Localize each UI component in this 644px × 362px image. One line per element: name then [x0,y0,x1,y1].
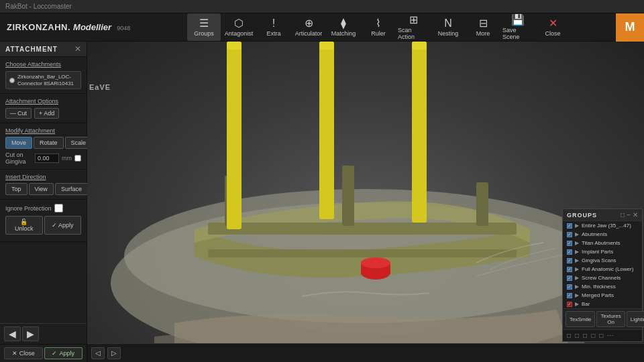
groups-label: Groups [194,30,214,37]
group-item[interactable]: ✓ ▶ Abutments [563,230,642,239]
groups-close-icon[interactable]: ✕ [633,211,638,219]
group-label: Full Anatomic (Lower) [582,266,638,272]
svg-rect-12 [319,42,334,50]
groups-icon-2[interactable]: − [627,211,631,219]
groups-bottom-icon-5[interactable]: ⋯ [606,331,615,340]
toolbar-btn-nesting[interactable]: NNesting [431,13,465,41]
close-icon: ✕ [549,18,557,29]
ruler-label: Ruler [371,30,386,37]
group-label: Screw Channels [582,275,638,281]
matching-icon: ⧫ [341,18,346,29]
toolbar-btn-antagonist[interactable]: ⬡Antagonist [222,13,256,41]
check-icon: ✓ [52,222,57,229]
group-item[interactable]: ✓ ▶ Implant Parts [563,247,642,256]
groups-header: GROUPS □ − ✕ [563,209,642,221]
scene-svg [87,42,644,362]
nesting-label: Nesting [438,30,459,37]
nav-prev-button[interactable]: ◀ [4,326,21,341]
viewport-btn-1[interactable]: ◁ [91,347,105,359]
rotate-button[interactable]: Rotate [34,137,64,149]
group-arrow-icon: ▶ [575,257,579,263]
svg-rect-6 [476,182,488,226]
group-arrow-icon: ▶ [575,266,579,272]
group-item[interactable]: ✓ ▶ Bar [563,300,642,308]
add-button[interactable]: + Add [34,108,59,119]
toolbar-btn-groups[interactable]: ☰Groups [187,13,221,41]
choose-attachments-section: Choose Attachments Zirkonzahn_Bar_LOC-Co… [0,57,87,94]
gingiva-checkbox[interactable] [74,155,81,162]
groups-bottom-icon-4[interactable]: □ [598,331,604,340]
groups-footer-btn-texsmile[interactable]: TexSmile [566,311,595,327]
nesting-icon: N [444,18,452,29]
nav-next-button[interactable]: ▶ [22,326,39,341]
groups-bottom-icon-3[interactable]: □ [590,331,596,340]
attachment-options-section: Attachment Options — Cut + Add [0,94,87,123]
groups-icon-1[interactable]: □ [621,211,625,219]
insert-direction-label: Insert Direction [5,174,81,180]
titlebar: RakBot - Loccomaster [0,0,644,13]
group-item[interactable]: ✓ ▶ Titan Abutments [563,239,642,247]
group-item[interactable]: ✓ ▶ Merged Parts [563,291,642,300]
apply-button[interactable]: ✓ Apply [44,347,83,359]
gingiva-input[interactable] [35,154,59,163]
apply-inner-button[interactable]: ✓ Apply [44,216,82,235]
choose-attachments-label: Choose Attachments [5,61,81,68]
scan_action-label: Scan Action [398,27,429,40]
view-button[interactable]: View [29,183,54,195]
viewport[interactable]: EaVE GROUPS □ − ✕ ✓ ▶ Entire Jaw (35_...… [87,42,644,362]
surface-button[interactable]: Surface [55,183,88,195]
close-panel-button[interactable]: ✕ Close [4,347,43,359]
ruler-icon: ⌇ [376,18,381,29]
toolbar-btn-scan_action[interactable]: ⊞Scan Action [396,13,430,41]
viewport-btn-2[interactable]: ▷ [107,347,121,359]
group-item[interactable]: ✓ ▶ Full Anatomic (Lower) [563,265,642,274]
attachment-dot-icon [9,78,15,83]
group-item[interactable]: ✓ ▶ Gingiva Scans [563,256,642,265]
toolbar-btn-matching[interactable]: ⧫Matching [327,13,360,41]
extra-label: Extra [266,30,280,37]
groups-footer: TexSmileTextures OnLighting [563,308,642,329]
main-area: ATTACHMENT ✕ Choose Attachments Zirkonza… [0,42,644,362]
panel-close-icon[interactable]: ✕ [74,44,81,54]
group-item[interactable]: ✓ ▶ Min. thickness [563,282,642,291]
toolbar-btn-more[interactable]: ⊟More [466,13,500,41]
attachment-options-label: Attachment Options [5,98,81,105]
group-arrow-icon: ▶ [575,275,579,281]
cut-button[interactable]: — Cut [5,108,32,119]
groups-footer-btn-lighting[interactable]: Lighting [627,311,644,327]
groups-bottom-icon-0[interactable]: □ [566,331,572,340]
group-check-icon: ✓ [567,249,572,255]
save_scene-label: Save Scene [502,27,533,40]
toolbar-btn-close[interactable]: ✕Close [536,13,570,41]
group-check-icon: ✓ [567,223,572,229]
groups-footer-btn-textures-on[interactable]: Textures On [596,311,625,327]
group-item[interactable]: ✓ ▶ Screw Channels [563,274,642,282]
group-item[interactable]: ✓ ▶ Entire Jaw (35_...47) [563,221,642,230]
close-icon-small: ✕ [12,350,17,357]
group-check-icon: ✓ [567,267,572,272]
toolbar: ☰Groups⬡Antagonist!Extra⊕Articulator⧫Mat… [141,13,616,41]
ignore-protection-section: Ignore Protection 🔓 Unlock ✓ Apply [0,200,87,242]
unlock-button[interactable]: 🔓 Unlock [5,216,43,235]
group-arrow-icon: ▶ [575,249,579,255]
attachment-item[interactable]: Zirkonzahn_Bar_LOC-Connector 8SARi10431 [5,71,81,89]
eave-label: EaVE [89,83,111,91]
attachment-name: Zirkonzahn_Bar_LOC-Connector 8SARi10431 [17,74,77,86]
top-button[interactable]: Top [5,183,28,195]
group-label: Gingiva Scans [582,257,638,263]
ignore-protection-checkbox[interactable] [54,204,63,213]
panel-title: ATTACHMENT [5,46,58,53]
groups-bottom-icon-1[interactable]: □ [574,331,580,340]
move-button[interactable]: Move [5,137,32,149]
groups-bottom-icon-2[interactable]: □ [582,331,588,340]
groups-bottom-icons: □□□□□⋯ [563,329,642,341]
insert-buttons: Top View Surface [5,183,81,195]
toolbar-btn-extra[interactable]: !Extra [257,13,290,41]
group-check-icon: ✓ [567,232,572,237]
toolbar-btn-articulator[interactable]: ⊕Articulator [292,13,325,41]
groups-panel: GROUPS □ − ✕ ✓ ▶ Entire Jaw (35_...47) ✓… [562,208,643,342]
action-buttons: ✕ Close ✓ Apply [0,345,87,362]
svg-rect-9 [227,42,241,50]
toolbar-btn-ruler[interactable]: ⌇Ruler [362,13,395,41]
toolbar-btn-save_scene[interactable]: 💾Save Scene [501,13,535,41]
